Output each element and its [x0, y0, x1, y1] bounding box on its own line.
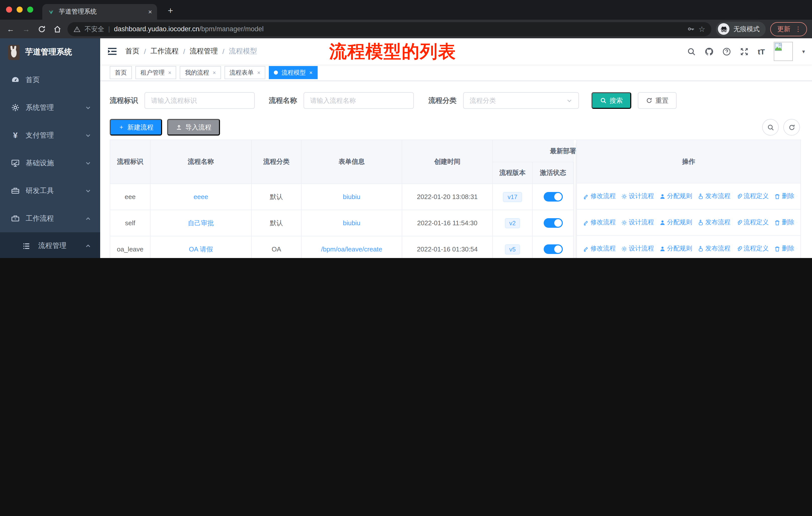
collapse-sidebar-button[interactable] [107, 47, 117, 56]
window-controls[interactable] [6, 6, 33, 12]
design-process-link[interactable]: 设计流程 [621, 192, 654, 200]
hand-point-icon [698, 246, 704, 252]
process-definition-link[interactable]: 流程定义 [736, 192, 769, 200]
browser-menu-icon[interactable]: ⋮ [795, 25, 802, 33]
assign-rule-link[interactable]: 分配规则 [660, 192, 692, 200]
sidebar-item-infrastructure[interactable]: 基础设施 [0, 149, 100, 177]
tag-process-form[interactable]: 流程表单× [225, 66, 265, 79]
gear-icon [11, 103, 20, 112]
monitor-icon [11, 159, 20, 167]
delete-link[interactable]: 删除 [774, 244, 794, 253]
browser-update-chip[interactable]: 更新 ⋮ [770, 22, 807, 36]
form-link[interactable]: /bpm/oa/leave/create [301, 236, 402, 258]
tag-process-model[interactable]: 流程模型× [269, 66, 318, 79]
col-header-active: 激活状态 [532, 162, 574, 184]
edit-process-link[interactable]: 修改流程 [583, 244, 616, 253]
edit-process-link[interactable]: 修改流程 [583, 192, 616, 200]
assign-rule-link[interactable]: 分配规则 [660, 218, 692, 227]
version-badge[interactable]: v17 [503, 192, 522, 202]
github-icon[interactable] [705, 47, 714, 56]
search-button[interactable]: 搜索 [591, 92, 631, 109]
chevron-down-icon [566, 98, 572, 104]
tag-tenant[interactable]: 租户管理× [136, 66, 176, 79]
refresh-table-button[interactable] [783, 119, 800, 136]
version-badge[interactable]: v5 [505, 244, 520, 254]
password-key-icon[interactable] [687, 25, 694, 33]
tag-close-icon[interactable]: × [257, 70, 261, 76]
home-button[interactable] [52, 25, 63, 33]
process-name-input[interactable] [303, 92, 414, 109]
minimize-window-button[interactable] [17, 6, 23, 12]
header-search-icon[interactable] [688, 47, 696, 56]
trash-icon [774, 246, 780, 252]
import-process-button[interactable]: 导入流程 [167, 119, 220, 136]
breadcrumb-workflow[interactable]: 工作流程 [150, 47, 179, 56]
design-process-link[interactable]: 设计流程 [621, 218, 654, 227]
close-window-button[interactable] [6, 6, 12, 12]
tag-close-icon[interactable]: × [168, 70, 171, 76]
chevron-up-icon [85, 215, 91, 221]
user-icon [660, 219, 666, 225]
reset-button[interactable]: 重置 [638, 92, 676, 109]
help-icon[interactable] [723, 47, 731, 56]
update-label[interactable]: 更新 [777, 24, 790, 33]
sidebar-item-devtools[interactable]: 研发工具 [0, 177, 100, 205]
row-actions: 修改流程 设计流程 分配规则 发布流程 流程定义 删除 [577, 210, 801, 236]
status-toggle[interactable] [544, 218, 562, 228]
forward-button[interactable]: → [21, 25, 32, 33]
sidebar-item-workflow[interactable]: 工作流程 [0, 205, 100, 232]
new-tab-button[interactable]: ＋ [166, 4, 175, 16]
browser-tabstrip: 芋道管理系统 × ＋ [0, 0, 812, 20]
avatar[interactable] [774, 42, 793, 61]
url-divider: | [108, 25, 110, 33]
process-name-link[interactable]: OA 请假 [150, 236, 252, 258]
cell-category: 默认 [252, 210, 301, 236]
assign-rule-link[interactable]: 分配规则 [660, 244, 692, 253]
process-id-input[interactable] [144, 92, 255, 109]
maximize-window-button[interactable] [27, 6, 33, 12]
pencil-icon [583, 246, 589, 252]
app-logo-row[interactable]: 芋道管理系统 [0, 38, 100, 66]
cell-id: eee [110, 184, 150, 210]
tag-close-icon[interactable]: × [213, 70, 216, 76]
sidebar-item-home[interactable]: 首页 [0, 66, 100, 94]
avatar-caret-icon[interactable]: ▾ [802, 48, 805, 55]
cell-created: 2022-01-16 11:54:30 [402, 210, 493, 236]
breadcrumb-home[interactable]: 首页 [125, 47, 140, 56]
tag-my-process[interactable]: 我的流程× [180, 66, 221, 79]
sidebar-item-system[interactable]: 系统管理 [0, 94, 100, 121]
version-badge[interactable]: v2 [505, 218, 520, 228]
tab-close-icon[interactable]: × [148, 8, 152, 16]
process-name-link[interactable]: 自己审批 [150, 210, 252, 236]
back-button[interactable]: ← [5, 25, 16, 33]
publish-process-link[interactable]: 发布流程 [698, 192, 730, 200]
delete-link[interactable]: 删除 [774, 218, 794, 227]
delete-link[interactable]: 删除 [774, 192, 794, 200]
fullscreen-icon[interactable] [740, 47, 749, 56]
chevron-down-icon [85, 160, 91, 166]
process-definition-link[interactable]: 流程定义 [736, 218, 769, 227]
status-toggle[interactable] [544, 244, 562, 254]
bookmark-star-icon[interactable]: ☆ [698, 24, 705, 33]
tag-home[interactable]: 首页 [110, 66, 132, 79]
create-process-button[interactable]: ＋ 新建流程 [110, 119, 162, 136]
tag-close-icon[interactable]: × [309, 70, 313, 76]
url-bar[interactable]: 不安全 | dashboard.yudao.iocoder.cn/bpm/man… [67, 22, 711, 36]
edit-process-link[interactable]: 修改流程 [583, 218, 616, 227]
sidebar-item-payment[interactable]: ¥ 支付管理 [0, 121, 100, 149]
browser-tab[interactable]: 芋道管理系统 × [42, 4, 157, 20]
form-link[interactable]: biubiu [301, 184, 402, 210]
status-toggle[interactable] [544, 192, 562, 201]
reload-button[interactable] [36, 25, 47, 33]
publish-process-link[interactable]: 发布流程 [698, 218, 730, 227]
form-link[interactable]: biubiu [301, 210, 402, 236]
sidebar-item-process-management[interactable]: 流程管理 [0, 232, 100, 258]
design-process-link[interactable]: 设计流程 [621, 244, 654, 253]
process-definition-link[interactable]: 流程定义 [736, 244, 769, 253]
process-category-select[interactable]: 流程分类 [463, 92, 579, 109]
font-size-icon[interactable]: tT [758, 47, 765, 56]
process-name-link[interactable]: eeee [150, 184, 252, 210]
toggle-search-button[interactable] [762, 119, 779, 136]
publish-process-link[interactable]: 发布流程 [698, 244, 730, 253]
breadcrumb-process-management[interactable]: 流程管理 [190, 47, 218, 56]
